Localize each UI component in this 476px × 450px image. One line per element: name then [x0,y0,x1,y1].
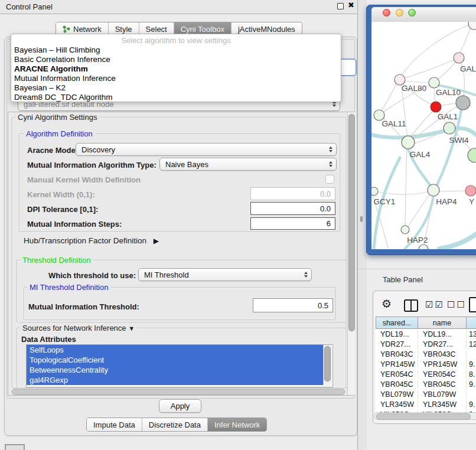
algorithm-option-mutual-information[interactable]: Mutual Information Inference [11,74,341,83]
tab-network-label: Network [73,25,102,34]
attribute-betweennesscentrality[interactable]: BetweennessCentrality [27,365,327,375]
table-row[interactable]: YER054CYER054C8. [376,369,476,379]
float-panel-icon[interactable] [337,3,344,9]
cell: 13 [467,330,476,338]
app-root: Control Panel ✖ Network Style Select Cyn… [0,0,476,450]
cell: YER054C [418,370,467,379]
settings-horizontal-scrollbar[interactable] [12,389,345,395]
which-threshold-select[interactable]: MI Threshold [138,268,312,281]
mi-threshold-input[interactable]: 0.5 [253,298,333,312]
kernel-width-input[interactable]: 0.0 [250,187,335,200]
table-row[interactable]: YLR345WYLR345W9. [376,399,476,409]
tab-impute-data[interactable]: Impute Data [87,418,142,431]
window-close-traffic-light[interactable] [383,9,390,17]
tab-impute-data-label: Impute Data [93,420,135,429]
edge [408,194,430,227]
network-node-gcy1[interactable] [371,187,378,195]
edge [405,81,429,83]
column-header-partial[interactable] [466,317,476,329]
algorithm-option-dream8[interactable]: Dream8 DC_TDC Algorithm [11,93,341,102]
tab-infer-network[interactable]: Infer Network [208,418,266,431]
table-row[interactable]: YDL19...YDL19...13 [376,329,476,339]
attribute-topologicalcoefficient[interactable]: TopologicalCoefficient [27,355,327,365]
panel-splitter[interactable] [357,0,367,450]
which-threshold-label: Which threshold to use: [48,271,136,280]
cell: YBR045C [376,380,418,389]
algorithm-dropdown-prompt: Select algorithm to view settings [11,35,341,45]
cell: 9. [467,360,476,369]
table-settings-gear-icon[interactable]: ⚙ [382,297,392,311]
node-label-gcy1: GCY1 [374,197,396,206]
network-node-partial-bottom[interactable] [419,244,428,249]
control-panel-titlebar: Control Panel ✖ [0,0,358,14]
network-node-hap2[interactable] [401,226,409,234]
cell: YPR145W [376,360,418,369]
dpi-tolerance-value: 0.0 [320,204,331,213]
close-panel-icon[interactable]: ✖ [348,1,354,9]
attributes-scrollbar-thumb[interactable] [324,346,331,381]
table-row[interactable]: YBR045CYBR045C9. [376,379,476,389]
network-node-gal-cut[interactable] [454,53,464,63]
network-node-salmon[interactable] [465,185,476,196]
attribute-gal4rgexp[interactable]: gal4RGexp [27,375,327,385]
network-node-hap4[interactable] [428,184,439,196]
edge-teal [439,226,476,249]
node-attribute-table: YDL19...YDL19...13 YDR27...YDR27...12 YB… [376,329,476,412]
mi-steps-input[interactable]: 6 [250,217,335,230]
tab-infer-network-label: Infer Network [214,420,260,429]
mi-type-label: Mutual Information Algorithm Type: [27,161,157,169]
network-node-gal4[interactable] [402,136,415,149]
select-all-checkboxes-icon[interactable]: ☑☑ [425,299,445,310]
column-header-shared[interactable]: shared... [376,317,418,329]
network-node-gray[interactable] [456,96,470,110]
which-threshold-value: MI Threshold [144,270,189,279]
aracne-mode-select[interactable]: Discovery [76,143,337,156]
deselect-all-checkboxes-icon[interactable]: ☐☐ [447,299,467,310]
sources-toggle[interactable]: Sources for Network Inference ▼ [20,324,137,332]
table-row[interactable]: YPR145WYPR145W9. [376,359,476,369]
export-table-icon[interactable] [469,297,476,312]
network-canvas[interactable]: GAL GAL80 GAL10 GAL1 GAL11 SWI4 GAL4 GCY… [371,22,476,249]
apply-button[interactable]: Apply [159,399,201,413]
node-label-gal80: GAL80 [402,84,426,93]
network-node-gal10[interactable] [429,77,439,88]
mi-threshold-value: 0.5 [318,301,328,310]
network-node-red[interactable] [431,102,441,112]
tab-discretize-data[interactable]: Discretize Data [142,418,208,431]
mi-type-value: Naive Bayes [165,160,208,169]
window-minimize-traffic-light[interactable] [396,9,403,17]
attribute-selfloops[interactable]: SelfLoops [27,345,327,355]
table-scrollbar-thumb[interactable] [376,413,471,420]
network-node-partial-top[interactable] [468,22,476,30]
edge [441,103,456,106]
cyni-bottom-tabbar: Impute Data Discretize Data Infer Networ… [86,418,267,432]
algorithm-option-aracne[interactable]: ARACNE Algorithm [11,64,341,74]
network-node-partial-right[interactable] [468,148,476,162]
column-header-name[interactable]: name [418,317,467,329]
algorithm-option-bayesian-hill-climbing[interactable]: Bayesian – Hill Climbing [11,45,341,55]
network-node-gal1[interactable] [444,122,455,134]
algorithm-option-bayesian-k2[interactable]: Bayesian – K2 [11,83,341,93]
table-row[interactable]: YBR043CYBR043C [376,349,476,359]
hub-definition-toggle[interactable]: Hub/Transcription Factor Definition ▶ [24,236,159,245]
dock-mini-button[interactable] [5,444,25,450]
mi-type-select[interactable]: Naive Bayes [159,158,337,171]
cell: YLR345W [376,400,418,409]
column-visibility-icon[interactable] [404,299,418,312]
manual-kernel-checkbox[interactable] [325,175,334,184]
dpi-tolerance-input[interactable]: 0.0 [250,202,335,215]
splitter-handle[interactable] [360,216,363,222]
data-attributes-label: Data Attributes [21,335,76,344]
table-row[interactable]: YBL079WYBL079W [376,389,476,399]
table-row[interactable]: YDR27...YDR27...12 [376,339,476,349]
settings-scrollbar-thumb[interactable] [348,114,355,331]
edge [439,191,465,191]
node-label-y-cut: Y [469,197,474,206]
cell: YBR043C [418,350,467,358]
network-graph: GAL GAL80 GAL10 GAL1 GAL11 SWI4 GAL4 GCY… [371,22,476,249]
collapse-down-icon: ▼ [128,325,135,332]
window-zoom-traffic-light[interactable] [408,9,416,17]
algorithm-option-basic-correlation[interactable]: Basic Correlation Inference [11,55,341,64]
tab-cyni-toolbox-label: Cyni Toolbox [181,25,224,34]
cell: YDR27... [376,340,418,348]
